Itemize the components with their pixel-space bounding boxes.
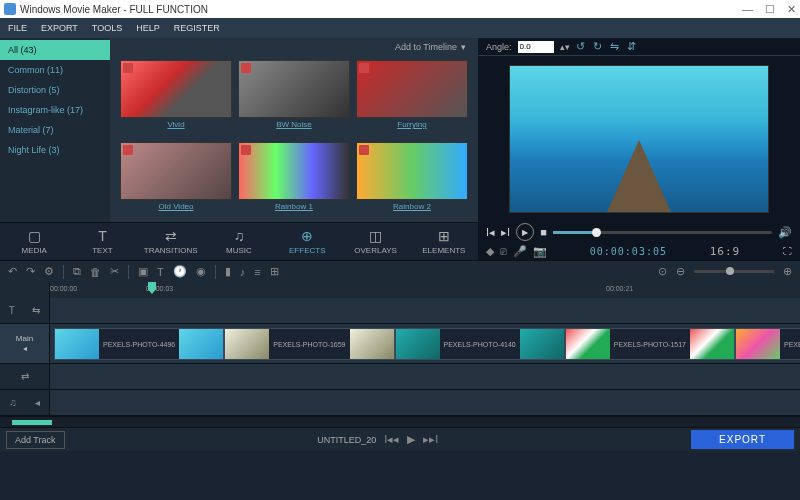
rotate-ccw-icon[interactable]: ↺ — [576, 40, 585, 53]
sidebar-item-all[interactable]: All (43) — [0, 40, 110, 60]
audio-track[interactable]: ♫◂ — [0, 390, 800, 416]
text-track-icon: T — [9, 305, 15, 316]
effect-thumb[interactable]: Old Video — [120, 142, 232, 218]
undo-icon[interactable]: ↶ — [8, 265, 17, 278]
sidebar-item-material[interactable]: Material (7) — [0, 120, 110, 140]
crop-icon[interactable]: ▣ — [138, 265, 148, 278]
clip[interactable]: PEXELS-PHOTO-3817 — [735, 328, 800, 360]
volume-icon[interactable]: 🔊 — [778, 226, 792, 239]
time-ruler[interactable]: 00:00:00 00:00:03 00:00:21 — [0, 282, 800, 298]
camera-icon[interactable]: ⎚ — [500, 245, 507, 258]
transitions-icon: ⇄ — [165, 228, 177, 244]
export-button[interactable]: EXPORT — [691, 430, 794, 449]
audio-icon[interactable]: ♪ — [240, 266, 246, 278]
media-icon: ▢ — [28, 228, 41, 244]
zoom-out-icon[interactable]: ⊖ — [676, 265, 685, 278]
text-tool-icon[interactable]: T — [157, 266, 164, 278]
marker-icon[interactable]: ▮ — [225, 265, 231, 278]
zoom-fit-icon[interactable]: ⊙ — [658, 265, 667, 278]
effect-thumb[interactable]: BW Noise — [238, 60, 350, 136]
menu-file[interactable]: FILE — [8, 23, 27, 33]
menu-export[interactable]: EXPORT — [41, 23, 78, 33]
delete-icon[interactable]: 🗑 — [90, 266, 101, 278]
settings-icon[interactable]: ⚙ — [44, 265, 54, 278]
menu-tools[interactable]: TOOLS — [92, 23, 122, 33]
app-logo-icon — [4, 3, 16, 15]
text-track[interactable]: T⇆ — [0, 298, 800, 324]
seek-slider[interactable] — [553, 231, 772, 234]
playhead[interactable] — [148, 282, 156, 294]
timeline-toolbar: ↶ ↷ ⚙ ⧉ 🗑 ✂ ▣ T 🕐 ◉ ▮ ♪ ≡ ⊞ ⊙ ⊖ ⊕ — [0, 260, 800, 282]
adjust-icon[interactable]: ≡ — [254, 266, 260, 278]
split-icon[interactable]: ✂ — [110, 265, 119, 278]
color-icon[interactable]: ◆ — [486, 245, 494, 258]
overlays-icon: ◫ — [369, 228, 382, 244]
play-button[interactable]: ▶ — [516, 223, 534, 241]
tab-transitions[interactable]: ⇄TRANSITIONS — [137, 228, 205, 255]
add-track-button[interactable]: Add Track — [6, 431, 65, 449]
tab-media[interactable]: ▢MEDIA — [0, 228, 68, 255]
next-frame-icon[interactable]: ▸▸I — [423, 433, 438, 446]
music-icon: ♫ — [234, 228, 245, 244]
effect-thumb[interactable]: Rainbow 1 — [238, 142, 350, 218]
tab-overlays[interactable]: ◫OVERLAYS — [341, 228, 409, 255]
footer-play-icon[interactable]: ▶ — [407, 433, 415, 446]
mic-icon[interactable]: 🎤 — [513, 245, 527, 258]
add-to-timeline-button[interactable]: Add to Timeline — [395, 42, 457, 52]
tab-text[interactable]: TTEXT — [68, 228, 136, 255]
tab-elements[interactable]: ⊞ELEMENTS — [410, 228, 478, 255]
sidebar-item-nightlife[interactable]: Night Life (3) — [0, 140, 110, 160]
tab-music[interactable]: ♫MUSIC — [205, 228, 273, 255]
flip-v-icon[interactable]: ⇵ — [627, 40, 636, 53]
angle-input[interactable] — [518, 41, 554, 53]
swap-icon: ⇄ — [21, 371, 29, 382]
effect-thumb[interactable]: Furrying — [356, 60, 468, 136]
stop-button[interactable]: ■ — [540, 226, 547, 238]
fullscreen-icon[interactable]: ⛶ — [783, 246, 792, 256]
angle-stepper-icon[interactable]: ▴▾ — [560, 42, 570, 52]
clip[interactable]: PEXELS-PHOTO-1517 — [565, 328, 735, 360]
preview-frame — [509, 65, 769, 213]
close-button[interactable]: ✕ — [787, 3, 796, 16]
clip[interactable]: PEXELS-PHOTO-4496 — [54, 328, 224, 360]
angle-label: Angle: — [486, 42, 512, 52]
skip-fwd-icon[interactable]: ▸I — [501, 226, 510, 239]
menu-help[interactable]: HELP — [136, 23, 160, 33]
preview-timecode: 00:00:03:05 — [590, 246, 667, 257]
snapshot-icon[interactable]: 📷 — [533, 245, 547, 258]
chevron-down-icon[interactable]: ▾ — [461, 42, 466, 52]
rotate-cw-icon[interactable]: ↻ — [593, 40, 602, 53]
zoom-slider[interactable] — [694, 270, 774, 273]
effect-thumb[interactable]: Vivid — [120, 60, 232, 136]
prev-frame-icon[interactable]: I◂◂ — [384, 433, 399, 446]
chevron-left-icon[interactable]: ◂ — [35, 397, 40, 408]
zoom-in-icon[interactable]: ⊕ — [783, 265, 792, 278]
sidebar-item-instagram[interactable]: Instagram-like (17) — [0, 100, 110, 120]
flip-h-icon[interactable]: ⇋ — [610, 40, 619, 53]
aspect-ratio[interactable]: 16:9 — [710, 245, 741, 258]
sidebar-item-distortion[interactable]: Distortion (5) — [0, 80, 110, 100]
link-icon[interactable]: ⇆ — [32, 305, 40, 316]
effects-track[interactable]: ⇄ — [0, 364, 800, 390]
clip[interactable]: PEXELS-PHOTO-4140 — [395, 328, 565, 360]
copy-icon[interactable]: ⧉ — [73, 265, 81, 278]
minimize-button[interactable]: — — [742, 3, 753, 16]
menu-register[interactable]: REGISTER — [174, 23, 220, 33]
expand-icon[interactable]: ⊞ — [270, 265, 279, 278]
effect-thumb[interactable]: Rainbow 2 — [356, 142, 468, 218]
chevron-left-icon[interactable]: ◂ — [23, 344, 27, 353]
timeline-scrollbar[interactable] — [0, 417, 800, 427]
footer: Add Track UNTITLED_20 I◂◂ ▶ ▸▸I EXPORT — [0, 427, 800, 451]
redo-icon[interactable]: ↷ — [26, 265, 35, 278]
main-video-track[interactable]: Main◂ PEXELS-PHOTO-4496 PEXELS-PHOTO-165… — [0, 324, 800, 364]
preview-viewport — [478, 56, 800, 222]
sidebar-item-common[interactable]: Common (11) — [0, 60, 110, 80]
clip[interactable]: PEXELS-PHOTO-1659 — [224, 328, 394, 360]
menubar: FILE EXPORT TOOLS HELP REGISTER — [0, 18, 800, 38]
record-icon[interactable]: ◉ — [196, 265, 206, 278]
maximize-button[interactable]: ☐ — [765, 3, 775, 16]
skip-back-icon[interactable]: I◂ — [486, 226, 495, 239]
tab-effects[interactable]: ⊕EFFECTS — [273, 228, 341, 255]
clock-icon[interactable]: 🕐 — [173, 265, 187, 278]
module-tabs: ▢MEDIA TTEXT ⇄TRANSITIONS ♫MUSIC ⊕EFFECT… — [0, 222, 478, 260]
